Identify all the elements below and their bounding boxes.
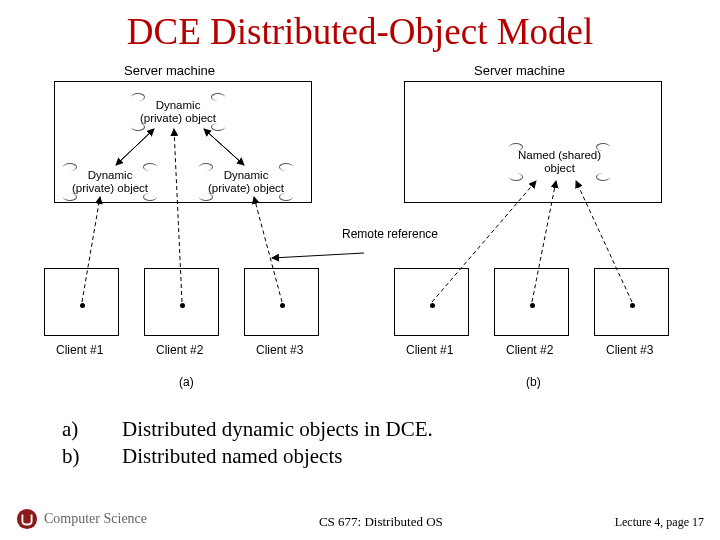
dynamic-object-3: Dynamic (private) object (204, 167, 288, 197)
client-dot-a1 (80, 303, 85, 308)
slide-title: DCE Distributed-Object Model (0, 0, 720, 53)
server-box-right (404, 81, 662, 203)
client-box-b2 (494, 268, 569, 336)
named-object: Named (shared) object (514, 147, 605, 177)
bullet-b-text: Distributed named objects (122, 444, 342, 469)
caption-a: (a) (179, 375, 194, 389)
client-box-b3 (594, 268, 669, 336)
footer: Computer Science CS 677: Distributed OS … (0, 508, 720, 530)
client-label-a2: Client #2 (156, 343, 203, 357)
bullet-a: a) Distributed dynamic objects in DCE. (62, 417, 720, 442)
bullet-b: b) Distributed named objects (62, 444, 720, 469)
svg-line-7 (272, 253, 364, 258)
diagram-area: Server machine Server machine Dynamic (p… (44, 63, 676, 403)
client-box-a2 (144, 268, 219, 336)
dynamic-object-1: Dynamic (private) object (136, 97, 220, 127)
footer-course: CS 677: Distributed OS (319, 514, 443, 530)
client-label-b2: Client #2 (506, 343, 553, 357)
named-object-label: Named (shared) object (518, 149, 601, 174)
client-box-b1 (394, 268, 469, 336)
bullet-b-letter: b) (62, 444, 122, 469)
server-label-right: Server machine (474, 63, 565, 78)
bullet-a-letter: a) (62, 417, 122, 442)
client-dot-b1 (430, 303, 435, 308)
bullet-a-text: Distributed dynamic objects in DCE. (122, 417, 433, 442)
footer-lecture: Lecture 4, page 17 (615, 515, 704, 530)
svg-point-11 (17, 509, 37, 529)
client-dot-a2 (180, 303, 185, 308)
client-dot-a3 (280, 303, 285, 308)
dynamic-object-3-label: Dynamic (private) object (208, 169, 284, 194)
dynamic-object-1-label: Dynamic (private) object (140, 99, 216, 124)
client-box-a1 (44, 268, 119, 336)
client-label-b1: Client #1 (406, 343, 453, 357)
client-label-a3: Client #3 (256, 343, 303, 357)
footer-left: Computer Science (16, 508, 147, 530)
client-dot-b3 (630, 303, 635, 308)
caption-b: (b) (526, 375, 541, 389)
dynamic-object-2: Dynamic (private) object (68, 167, 152, 197)
client-label-a1: Client #1 (56, 343, 103, 357)
bullet-list: a) Distributed dynamic objects in DCE. b… (62, 417, 720, 469)
client-dot-b2 (530, 303, 535, 308)
umass-logo-icon (16, 508, 38, 530)
remote-reference-label: Remote reference (342, 228, 438, 242)
client-label-b3: Client #3 (606, 343, 653, 357)
client-box-a3 (244, 268, 319, 336)
dynamic-object-2-label: Dynamic (private) object (72, 169, 148, 194)
footer-cs: Computer Science (44, 511, 147, 527)
server-label-left: Server machine (124, 63, 215, 78)
